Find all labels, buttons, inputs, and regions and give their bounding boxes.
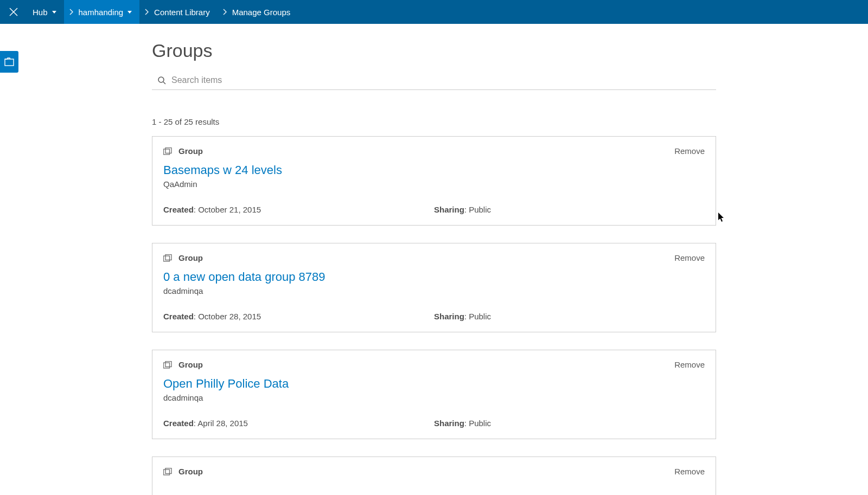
remove-link[interactable]: Remove bbox=[674, 360, 705, 369]
svg-rect-9 bbox=[164, 363, 170, 368]
breadcrumb-library[interactable]: Content Library bbox=[139, 0, 218, 24]
breadcrumb-site-label: hamhanding bbox=[79, 8, 124, 17]
group-title[interactable]: Basemaps w 24 levels bbox=[163, 163, 705, 177]
type-row: Group bbox=[163, 253, 203, 262]
breadcrumb-page-label: Manage Groups bbox=[232, 8, 291, 17]
group-icon bbox=[163, 361, 172, 369]
search-row bbox=[152, 71, 716, 90]
chevron-right-icon bbox=[69, 9, 73, 15]
svg-line-4 bbox=[163, 82, 165, 84]
group-owner: dcadminqa bbox=[163, 286, 705, 295]
svg-rect-2 bbox=[5, 59, 14, 66]
svg-rect-5 bbox=[164, 149, 170, 155]
card-header: GroupRemove bbox=[163, 467, 705, 476]
meta-sharing: Sharing: Public bbox=[434, 312, 705, 321]
breadcrumb-site[interactable]: hamhanding bbox=[64, 0, 140, 24]
cursor-icon bbox=[718, 213, 725, 222]
meta-sharing: Sharing: Public bbox=[434, 205, 705, 214]
group-card: GroupRemove bbox=[152, 457, 716, 495]
content-icon bbox=[4, 57, 14, 66]
card-meta: Created: April 28, 2015Sharing: Public bbox=[163, 419, 705, 428]
sidebar-tab-content[interactable] bbox=[0, 51, 18, 73]
type-row: Group bbox=[163, 360, 203, 369]
group-card: GroupRemoveBasemaps w 24 levelsQaAdminCr… bbox=[152, 136, 716, 226]
group-owner: QaAdmin bbox=[163, 179, 705, 189]
svg-rect-10 bbox=[165, 361, 171, 367]
svg-point-3 bbox=[158, 77, 164, 82]
chevron-right-icon bbox=[145, 9, 149, 15]
svg-rect-12 bbox=[165, 468, 171, 473]
breadcrumb-hub-label: Hub bbox=[33, 8, 48, 17]
card-header: GroupRemove bbox=[163, 360, 705, 369]
svg-rect-6 bbox=[165, 147, 171, 153]
caret-down-icon bbox=[127, 11, 132, 14]
svg-rect-11 bbox=[164, 470, 170, 475]
chevron-right-icon bbox=[223, 9, 227, 15]
remove-link[interactable]: Remove bbox=[674, 253, 705, 262]
search-icon bbox=[152, 76, 171, 85]
type-label: Group bbox=[178, 360, 203, 369]
search-input[interactable] bbox=[171, 75, 716, 85]
group-card: GroupRemove0 a new open data group 8789d… bbox=[152, 243, 716, 332]
breadcrumb-library-label: Content Library bbox=[154, 8, 210, 17]
type-label: Group bbox=[178, 467, 203, 476]
group-title[interactable]: Open Philly Police Data bbox=[163, 377, 705, 391]
remove-link[interactable]: Remove bbox=[674, 467, 705, 476]
main-content: Groups 1 - 25 of 25 results GroupRemoveB… bbox=[152, 24, 716, 495]
topbar: Hub hamhanding Content Library Manage Gr… bbox=[0, 0, 868, 24]
svg-rect-7 bbox=[164, 256, 170, 261]
meta-created: Created: October 28, 2015 bbox=[163, 312, 434, 321]
group-card: GroupRemoveOpen Philly Police Datadcadmi… bbox=[152, 350, 716, 439]
svg-rect-8 bbox=[165, 254, 171, 260]
card-header: GroupRemove bbox=[163, 253, 705, 262]
group-icon bbox=[163, 147, 172, 155]
type-label: Group bbox=[178, 146, 203, 156]
group-icon bbox=[163, 468, 172, 475]
page-title: Groups bbox=[152, 40, 716, 61]
card-meta: Created: October 28, 2015Sharing: Public bbox=[163, 312, 705, 321]
type-row: Group bbox=[163, 467, 203, 476]
card-header: GroupRemove bbox=[163, 146, 705, 156]
close-icon bbox=[9, 7, 18, 17]
group-icon bbox=[163, 254, 172, 262]
meta-sharing: Sharing: Public bbox=[434, 419, 705, 428]
meta-created: Created: October 21, 2015 bbox=[163, 205, 434, 214]
results-count: 1 - 25 of 25 results bbox=[152, 117, 716, 126]
caret-down-icon bbox=[52, 11, 56, 14]
type-row: Group bbox=[163, 146, 203, 156]
group-owner: dcadminqa bbox=[163, 393, 705, 402]
group-title[interactable]: 0 a new open data group 8789 bbox=[163, 270, 705, 284]
close-button[interactable] bbox=[0, 0, 27, 24]
remove-link[interactable]: Remove bbox=[674, 146, 705, 156]
card-meta: Created: October 21, 2015Sharing: Public bbox=[163, 205, 705, 214]
meta-created: Created: April 28, 2015 bbox=[163, 419, 434, 428]
breadcrumb-page[interactable]: Manage Groups bbox=[218, 0, 298, 24]
type-label: Group bbox=[178, 253, 203, 262]
breadcrumb-hub[interactable]: Hub bbox=[27, 0, 64, 24]
